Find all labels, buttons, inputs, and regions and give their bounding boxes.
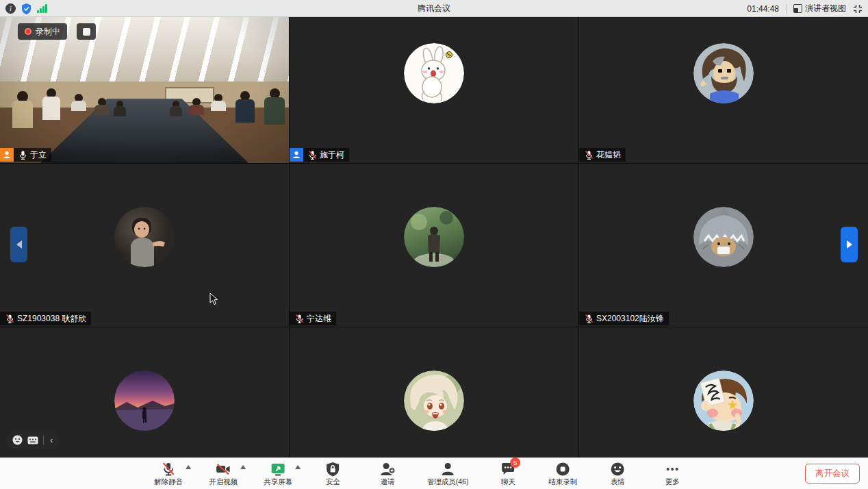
avatar-white-bunny xyxy=(404,43,464,103)
unmute-button[interactable]: 解除静音 xyxy=(149,458,188,489)
prev-page-arrow[interactable] xyxy=(10,227,27,262)
avatar-bearded-man xyxy=(693,43,754,103)
right-arrow-icon xyxy=(847,240,852,249)
stop-recording-button[interactable] xyxy=(77,23,96,40)
participant-label: 宁达维 xyxy=(290,312,336,325)
participant-label: 花韫韬 xyxy=(579,148,626,162)
record-dot-icon xyxy=(25,28,31,35)
participant-label: SX2003102陆汝锋 xyxy=(579,312,669,325)
exit-fullscreen-icon[interactable] xyxy=(853,4,863,14)
mic-muted-icon xyxy=(307,150,318,160)
start-video-label: 开启视频 xyxy=(209,477,238,487)
meeting-timer: 01:44:48 xyxy=(747,4,779,14)
unmute-label: 解除静音 xyxy=(154,477,183,487)
video-options-caret[interactable] xyxy=(240,465,246,469)
stop-record-label: 结束录制 xyxy=(548,477,577,487)
mic-muted-icon xyxy=(161,462,176,477)
avatar-chibi-with-paper xyxy=(693,371,754,431)
security-shield-icon xyxy=(326,462,340,477)
speaker-view-label: 演讲者视图 xyxy=(805,3,846,14)
participant-name: 施于柯 xyxy=(320,149,344,161)
more-dots-icon xyxy=(665,462,680,477)
video-tile-ningdawei[interactable]: 宁达维 xyxy=(290,164,578,327)
mic-muted-icon xyxy=(584,150,594,160)
title-bar: i 腾讯会议 01:44:48 演讲者视图 xyxy=(0,0,868,17)
chat-button[interactable]: 5 聊天 xyxy=(488,458,528,489)
emoji-face-icon xyxy=(610,462,625,477)
share-options-caret[interactable] xyxy=(295,465,301,469)
video-tile-huayuntao[interactable]: 花韫韬 xyxy=(579,17,868,163)
more-button[interactable]: 更多 xyxy=(652,458,692,489)
start-video-button[interactable]: 开启视频 xyxy=(203,458,243,489)
layout-icon xyxy=(793,4,802,13)
avatar-cat-shark-hat xyxy=(693,207,754,267)
collapse-chevron-icon[interactable]: ‹ xyxy=(49,436,54,444)
video-grid: 录制中 于立 xyxy=(0,17,868,457)
participant-name: SX2003102陆汝锋 xyxy=(596,313,664,325)
speaker-view-button[interactable]: 演讲者视图 xyxy=(793,3,846,14)
security-label: 安全 xyxy=(326,477,340,487)
video-tile-lurufeng[interactable]: SX2003102陆汝锋 xyxy=(579,164,868,327)
mouse-cursor xyxy=(209,292,218,305)
camera-off-icon xyxy=(215,462,231,477)
mic-options-caret[interactable] xyxy=(186,465,191,469)
leave-meeting-button[interactable]: 离开会议 xyxy=(805,464,860,484)
reactions-button[interactable]: 表情 xyxy=(598,458,637,489)
divider xyxy=(43,436,44,445)
avatar-outdoor-park xyxy=(404,207,464,267)
cohost-badge-icon xyxy=(290,148,303,162)
video-tile-8[interactable] xyxy=(290,327,578,457)
mic-muted-icon xyxy=(584,314,594,324)
participant-label: 施于柯 xyxy=(290,148,349,162)
more-label: 更多 xyxy=(665,477,680,487)
divider xyxy=(786,4,787,14)
security-button[interactable]: 安全 xyxy=(313,458,353,489)
video-tile-shiyuke[interactable]: 施于柯 xyxy=(290,17,578,163)
mic-muted-icon xyxy=(294,314,305,324)
emoji-icon[interactable] xyxy=(12,435,23,445)
stop-record-icon xyxy=(555,462,570,477)
meeting-window: i 腾讯会议 01:44:48 演讲者视图 xyxy=(0,0,868,489)
avatar-anime-girl xyxy=(404,371,464,431)
video-tile-gengshuxin[interactable]: SZ1903038 耿舒欣 xyxy=(0,164,289,327)
participant-label: 于立 xyxy=(0,148,51,162)
recording-label: 录制中 xyxy=(36,26,60,38)
invite-person-icon xyxy=(379,462,396,477)
share-screen-button[interactable]: 共享屏幕 xyxy=(258,458,298,489)
members-icon xyxy=(440,462,455,477)
manage-members-label: 管理成员(46) xyxy=(427,477,469,487)
invite-label: 邀请 xyxy=(381,477,395,487)
host-badge-icon xyxy=(0,148,14,162)
chat-label: 聊天 xyxy=(501,477,515,487)
stop-square-icon xyxy=(83,28,90,36)
participant-name: 宁达维 xyxy=(307,313,331,325)
manage-members-button[interactable]: 管理成员(46) xyxy=(422,458,473,489)
left-arrow-icon xyxy=(16,240,22,249)
video-tile-yuli[interactable]: 录制中 于立 xyxy=(0,17,289,163)
share-screen-icon xyxy=(270,462,286,477)
quick-reaction-bar: ‹ xyxy=(7,431,60,449)
stop-record-button[interactable]: 结束录制 xyxy=(543,458,583,489)
avatar-purple-sunset xyxy=(114,371,175,431)
mic-on-icon xyxy=(18,150,28,160)
video-tile-9[interactable] xyxy=(579,327,868,457)
caption-keyboard-icon[interactable] xyxy=(27,436,38,444)
avatar-child-photo xyxy=(114,207,175,267)
recording-indicator: 录制中 xyxy=(18,23,67,40)
participant-name: 花韫韬 xyxy=(596,149,621,161)
mic-muted-icon xyxy=(5,314,15,324)
chat-bubble-icon: 5 xyxy=(500,462,515,477)
next-page-arrow[interactable] xyxy=(841,227,858,262)
participant-label: SZ1903038 耿舒欣 xyxy=(0,312,91,325)
chat-unread-badge: 5 xyxy=(510,457,520,468)
bottom-toolbar: 解除静音 开启视频 共享屏幕 安全 xyxy=(0,457,868,489)
share-screen-label: 共享屏幕 xyxy=(264,477,292,487)
participant-name: 于立 xyxy=(30,149,47,161)
participant-name: SZ1903038 耿舒欣 xyxy=(17,313,86,325)
window-title: 腾讯会议 xyxy=(0,3,868,14)
invite-button[interactable]: 邀请 xyxy=(368,458,407,489)
reactions-label: 表情 xyxy=(611,477,625,487)
